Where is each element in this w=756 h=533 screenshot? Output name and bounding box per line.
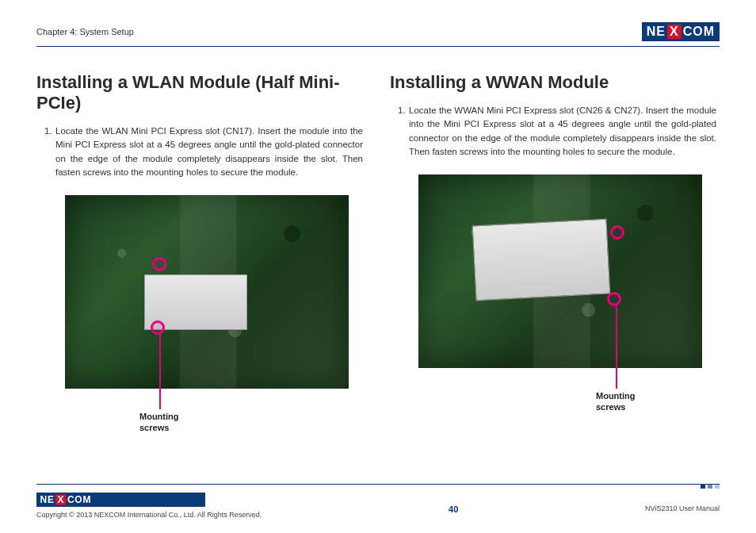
heading-wwan: Installing a WWAN Module xyxy=(390,72,720,93)
copyright-text: Copyright © 2013 NEXCOM International Co… xyxy=(36,511,262,519)
right-column: Installing a WWAN Module 1. Locate the W… xyxy=(390,72,720,389)
figure-wwan: Mounting screws xyxy=(418,174,720,368)
page-number: 40 xyxy=(449,490,458,514)
heading-wlan: Installing a WLAN Module (Half Mini-PCIe… xyxy=(36,72,366,113)
brand-part-x: X xyxy=(667,25,682,39)
instruction-wlan: 1. Locate the WLAN Mini PCI Express slot… xyxy=(36,125,366,179)
screw-marker-icon xyxy=(610,225,624,240)
brand-part-left: NE xyxy=(647,25,666,39)
chapter-label: Chapter 4: System Setup xyxy=(36,27,134,36)
left-column: Installing a WLAN Module (Half Mini-PCIe… xyxy=(36,72,366,389)
footer-left: NEXCOM Copyright © 2013 NEXCOM Internati… xyxy=(36,490,262,519)
wwan-module-chip xyxy=(472,219,611,301)
footer-brand-logo: NEXCOM xyxy=(36,493,205,507)
footer-rule xyxy=(36,484,720,490)
brand-part-right: COM xyxy=(683,25,715,39)
figure-wlan: Mounting screws xyxy=(65,195,366,389)
callout-line xyxy=(616,305,617,389)
screw-marker-icon xyxy=(151,320,165,335)
callout-line xyxy=(159,333,161,409)
screw-marker-icon xyxy=(152,257,166,271)
brand-logo: NEXCOM xyxy=(642,22,720,41)
header-rule xyxy=(36,46,720,47)
step-text: Locate the WWAN Mini PCI Express slot (C… xyxy=(409,104,716,159)
instruction-wwan: 1. Locate the WWAN Mini PCI Express slot… xyxy=(390,104,720,159)
page-footer: NEXCOM Copyright © 2013 NEXCOM Internati… xyxy=(36,484,720,519)
callout-label-wwan: Mounting screws xyxy=(596,390,635,413)
step-text: Locate the WLAN Mini PCI Express slot (C… xyxy=(55,125,363,179)
board-photo-wlan xyxy=(65,195,349,389)
step-number: 1. xyxy=(398,104,409,159)
screw-marker-icon xyxy=(607,292,621,306)
board-photo-wwan xyxy=(418,174,702,368)
step-number: 1. xyxy=(44,125,55,179)
callout-label-wlan: Mounting screws xyxy=(139,411,178,434)
footer-decoration xyxy=(701,484,720,489)
doc-id: NViS2310 User Manual xyxy=(645,490,720,512)
